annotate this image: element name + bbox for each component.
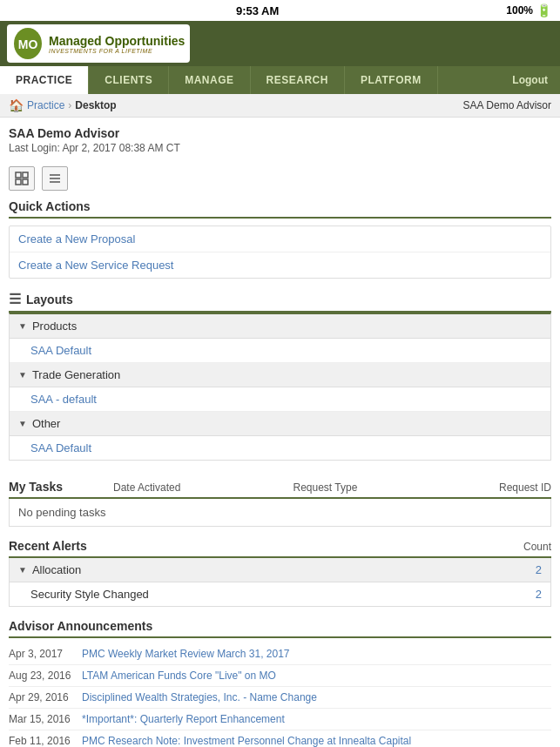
ann-date-3: Mar 15, 2016 [9, 713, 71, 725]
ann-date-1: Aug 23, 2016 [9, 670, 71, 682]
arrow-products: ▼ [18, 321, 27, 331]
ann-link-3[interactable]: *Important*: Quarterly Report Enhancemen… [82, 713, 285, 725]
layouts-groups: ▼ Products SAA Default ▼ Trade Generatio… [9, 313, 551, 461]
logo-bar: MO Managed Opportunities INVESTMENTS FOR… [0, 21, 560, 66]
breadcrumb-user: SAA Demo Advisor [463, 99, 551, 111]
layouts-header: ☰ Layouts [9, 291, 551, 313]
advisor-name: SAA Demo Advisor [9, 126, 551, 140]
layout-item-saa-default-products[interactable]: SAA Default [10, 339, 550, 363]
layout-group-trade-label: Trade Generation [32, 368, 120, 381]
svg-rect-3 [23, 172, 28, 178]
grid-view-button[interactable] [9, 166, 35, 191]
last-login: Last Login: Apr 2, 2017 08:38 AM CT [9, 142, 551, 154]
ann-date-2: Apr 29, 2016 [9, 691, 71, 703]
quick-actions-section: Quick Actions Create a New Proposal Crea… [9, 199, 551, 279]
alert-item-security-label: Security Style Changed [30, 588, 149, 601]
grid-icon [15, 172, 29, 185]
tasks-empty-message: No pending tasks [9, 499, 551, 527]
arrow-other: ▼ [18, 419, 27, 428]
layout-group-trade[interactable]: ▼ Trade Generation [10, 363, 550, 387]
nav-manage[interactable]: MANAGE [169, 66, 250, 94]
quick-actions-title: Quick Actions [9, 199, 551, 219]
nav-practice[interactable]: PRACTICE [0, 66, 89, 94]
tasks-col-id: Request ID [473, 481, 551, 494]
tasks-col-type: Request Type [293, 481, 474, 494]
svg-rect-2 [16, 172, 21, 178]
layout-item-saa-default-trade[interactable]: SAA - default [10, 387, 550, 412]
layout-group-other[interactable]: ▼ Other [10, 412, 550, 436]
announcements-section: Advisor Announcements Apr 3, 2017 PMC We… [9, 619, 551, 747]
ann-link-2[interactable]: Disciplined Wealth Strategies, Inc. - Na… [82, 691, 317, 703]
logout-button[interactable]: Logout [500, 66, 560, 94]
layout-group-other-label: Other [32, 417, 61, 430]
alerts-count-label: Count [523, 541, 551, 553]
create-service-link[interactable]: Create a New Service Request [10, 252, 550, 278]
alerts-title: Recent Alerts [9, 539, 87, 553]
svg-rect-4 [16, 179, 21, 185]
layouts-title: Layouts [26, 293, 73, 306]
main-content: SAA Demo Advisor Last Login: Apr 2, 2017… [0, 118, 560, 747]
status-right: 100% 🔋 [506, 3, 551, 17]
list-view-button[interactable] [42, 166, 68, 191]
battery-percent: 100% [506, 4, 533, 17]
tasks-section: My Tasks Date Activated Request Type Req… [9, 480, 551, 527]
breadcrumb-parent[interactable]: Practice [27, 99, 64, 111]
tasks-col-date: Date Activated [113, 481, 293, 494]
create-proposal-link[interactable]: Create a New Proposal [10, 226, 550, 252]
home-icon: 🏠 [9, 98, 24, 112]
svg-rect-5 [23, 179, 28, 185]
layouts-section: ☰ Layouts ▼ Products SAA Default ▼ Trade… [9, 291, 551, 461]
logo-icon: MO [12, 26, 44, 61]
breadcrumb-bar: 🏠 Practice › Desktop SAA Demo Advisor [0, 94, 560, 118]
breadcrumb-separator: › [68, 99, 71, 111]
status-bar: 9:53 AM 100% 🔋 [0, 0, 560, 21]
breadcrumb: 🏠 Practice › Desktop [9, 98, 117, 112]
advisor-section: SAA Demo Advisor Last Login: Apr 2, 2017… [9, 126, 551, 154]
alert-item-security-count: 2 [536, 588, 542, 601]
arrow-trade: ▼ [18, 370, 27, 380]
alert-item-security-style: Security Style Changed 2 [9, 582, 551, 607]
ann-date-4: Feb 11, 2016 [9, 735, 71, 747]
alert-arrow-allocation: ▼ [18, 565, 27, 575]
nav-clients[interactable]: CLIENTS [89, 66, 169, 94]
announcements-title: Advisor Announcements [9, 619, 551, 638]
ann-date-0: Apr 3, 2017 [9, 648, 71, 660]
alert-group-allocation-label: Allocation [32, 563, 81, 576]
layout-group-products[interactable]: ▼ Products [10, 314, 550, 339]
battery-icon: 🔋 [536, 3, 551, 17]
alert-group-allocation[interactable]: ▼ Allocation 2 [9, 558, 551, 582]
ann-link-0[interactable]: PMC Weekly Market Review March 31, 2017 [82, 648, 290, 660]
ann-link-1[interactable]: LTAM American Funds Core "Live" on MO [82, 670, 276, 682]
alerts-header: Recent Alerts Count [9, 539, 551, 558]
logo-title: Managed Opportunities [49, 34, 185, 48]
layout-item-saa-default-other[interactable]: SAA Default [10, 436, 550, 460]
svg-text:MO: MO [18, 37, 38, 51]
announcement-row-2: Apr 29, 2016 Disciplined Wealth Strategi… [9, 687, 551, 709]
announcement-row-3: Mar 15, 2016 *Important*: Quarterly Repo… [9, 709, 551, 730]
logo-box: MO Managed Opportunities INVESTMENTS FOR… [7, 24, 190, 63]
icon-row [9, 166, 551, 191]
breadcrumb-current: Desktop [75, 99, 116, 111]
nav-research[interactable]: RESEARCH [251, 66, 345, 94]
quick-actions-list: Create a New Proposal Create a New Servi… [9, 225, 551, 279]
nav-platform[interactable]: PLATFORM [345, 66, 438, 94]
alerts-section: Recent Alerts Count ▼ Allocation 2 Secur… [9, 539, 551, 607]
tasks-title: My Tasks [9, 480, 113, 494]
announcement-row-1: Aug 23, 2016 LTAM American Funds Core "L… [9, 665, 551, 687]
logo-text: Managed Opportunities INVESTMENTS FOR A … [49, 34, 185, 54]
announcement-row-4: Feb 11, 2016 PMC Research Note: Investme… [9, 730, 551, 747]
ann-link-4[interactable]: PMC Research Note: Investment Personnel … [82, 735, 411, 747]
tasks-header: My Tasks Date Activated Request Type Req… [9, 480, 551, 499]
logo-subtitle: INVESTMENTS FOR A LIFETIME [49, 48, 185, 54]
layouts-icon: ☰ [9, 291, 21, 307]
announcement-row-0: Apr 3, 2017 PMC Weekly Market Review Mar… [9, 643, 551, 665]
layout-group-products-label: Products [32, 320, 77, 333]
alert-group-allocation-count: 2 [536, 563, 542, 576]
nav-bar: PRACTICE CLIENTS MANAGE RESEARCH PLATFOR… [0, 66, 560, 94]
list-icon [48, 172, 62, 185]
status-time: 9:53 AM [236, 4, 279, 17]
